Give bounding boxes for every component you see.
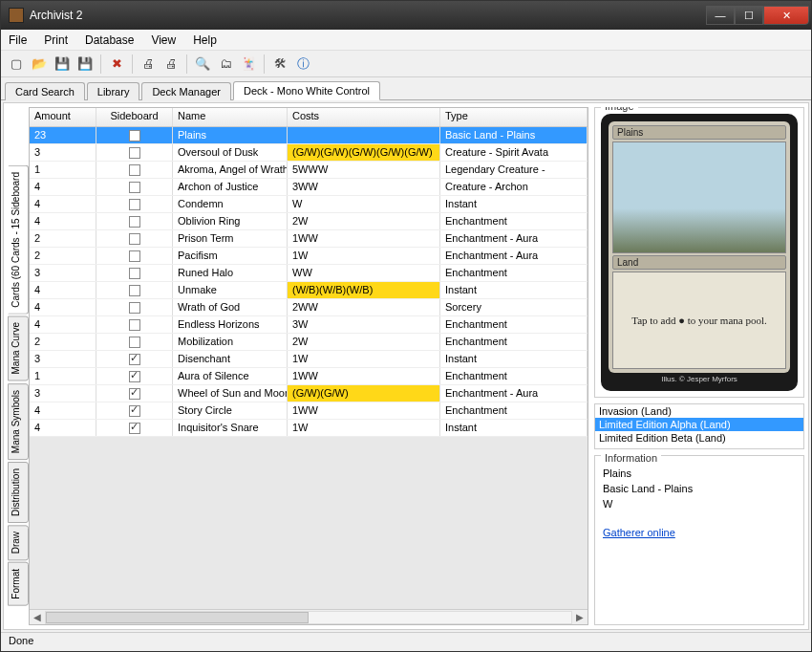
- sideboard-checkbox[interactable]: [129, 233, 140, 245]
- titlebar: Archivist 2 — ☐ ✕: [1, 1, 811, 30]
- sideboard-checkbox[interactable]: [129, 423, 140, 434]
- tab-library[interactable]: Library: [87, 82, 140, 100]
- sideboard-checkbox[interactable]: [129, 182, 140, 193]
- tab-card-search[interactable]: Card Search: [5, 82, 85, 100]
- menu-print[interactable]: Print: [44, 33, 68, 47]
- tab-deck-mono-white-control[interactable]: Deck - Mono White Control: [233, 81, 380, 100]
- scroll-right-icon[interactable]: ▶: [572, 612, 588, 622]
- sideboard-checkbox[interactable]: [129, 371, 140, 382]
- print-icon[interactable]: 🖨: [139, 54, 158, 74]
- set-list-item[interactable]: Limited Edition Alpha (Land): [595, 418, 803, 431]
- col-amount[interactable]: Amount: [30, 108, 96, 126]
- sideboard-checkbox[interactable]: [129, 199, 140, 210]
- print-preview-icon[interactable]: 🖨: [161, 54, 181, 74]
- table-row[interactable]: 4Unmake(W/B)(W/B)(W/B)Instant: [30, 282, 588, 299]
- side-tab[interactable]: Draw: [8, 525, 29, 560]
- info-title: Information: [601, 452, 661, 464]
- information-group: Information Plains Basic Land - Plains W…: [594, 455, 804, 625]
- settings-icon[interactable]: 🛠: [270, 54, 289, 74]
- horizontal-scrollbar[interactable]: ◀ ▶: [30, 609, 588, 624]
- sideboard-checkbox[interactable]: [129, 147, 140, 159]
- tabbar: Card SearchLibraryDeck ManagerDeck - Mon…: [1, 77, 811, 100]
- sideboard-checkbox[interactable]: [129, 405, 140, 417]
- col-name[interactable]: Name: [173, 108, 288, 126]
- sideboard-checkbox[interactable]: [129, 130, 140, 141]
- card-artist: Illus. © Jesper Myrfors: [609, 373, 790, 383]
- table-row[interactable]: 4Story Circle1WWEnchantment: [30, 402, 588, 420]
- menu-database[interactable]: Database: [85, 33, 134, 47]
- close-button[interactable]: ✕: [763, 6, 809, 25]
- image-group: Image Plains Land Tap to add ● to your m…: [594, 107, 804, 398]
- card-name: Plains: [612, 125, 786, 140]
- col-sideboard[interactable]: Sideboard: [96, 108, 173, 126]
- sideboard-checkbox[interactable]: [129, 337, 140, 348]
- image-group-title: Image: [601, 107, 638, 112]
- set-list[interactable]: Invasion (Land)Limited Edition Alpha (La…: [594, 403, 804, 449]
- tab-deck-manager[interactable]: Deck Manager: [141, 82, 231, 100]
- card-type-line: Land: [612, 255, 786, 270]
- sideboard-checkbox[interactable]: [129, 302, 140, 314]
- set-list-item[interactable]: Invasion (Land): [595, 404, 803, 418]
- sideboard-checkbox[interactable]: [129, 250, 140, 262]
- set-list-item[interactable]: Limited Edition Beta (Land): [595, 431, 803, 445]
- table-row[interactable]: 23PlainsBasic Land - Plains: [30, 127, 588, 144]
- col-costs[interactable]: Costs: [288, 108, 440, 126]
- card-icon[interactable]: 🃏: [239, 54, 258, 74]
- sideboard-checkbox[interactable]: [129, 164, 140, 176]
- info-name: Plains: [603, 467, 796, 479]
- sideboard-checkbox[interactable]: [129, 354, 140, 365]
- sideboard-checkbox[interactable]: [129, 268, 140, 279]
- menu-file[interactable]: File: [9, 33, 27, 47]
- table-row[interactable]: 4Archon of Justice3WWCreature - Archon: [30, 179, 588, 196]
- side-tab[interactable]: Distribution: [8, 462, 29, 523]
- table-row[interactable]: 3Oversoul of Dusk(G/W)(G/W)(G/W)(G/W)(G/…: [30, 144, 588, 162]
- status-bar: Done: [1, 632, 811, 651]
- delete-icon[interactable]: ✖: [107, 54, 126, 74]
- window-title: Archivist 2: [30, 9, 706, 22]
- table-row[interactable]: 4Inquisitor's Snare1WInstant: [30, 420, 588, 437]
- search-icon[interactable]: 🔍: [193, 54, 212, 74]
- card-preview: Plains Land Tap to add ● to your mana po…: [601, 114, 798, 391]
- sideboard-checkbox[interactable]: [129, 216, 140, 228]
- sideboard-checkbox[interactable]: [129, 388, 140, 400]
- table-row[interactable]: 4Endless Horizons3WEnchantment: [30, 316, 588, 334]
- side-tab[interactable]: Mana Symbols: [8, 383, 29, 460]
- table-row[interactable]: 3Disenchant1WInstant: [30, 351, 588, 368]
- table-row[interactable]: 4CondemnWInstant: [30, 196, 588, 213]
- minimize-button[interactable]: —: [706, 6, 735, 25]
- right-pane: Image Plains Land Tap to add ● to your m…: [594, 107, 804, 625]
- menu-help[interactable]: Help: [193, 33, 217, 47]
- content-area: FormatDrawDistributionMana SymbolsMana C…: [3, 102, 809, 630]
- info-type: Basic Land - Plains: [603, 483, 796, 494]
- menu-view[interactable]: View: [151, 33, 176, 47]
- table-row[interactable]: 4Wrath of God2WWSorcery: [30, 299, 588, 316]
- new-icon[interactable]: ▢: [7, 54, 26, 74]
- open-icon[interactable]: 📂: [30, 54, 49, 74]
- col-type[interactable]: Type: [440, 108, 588, 126]
- app-icon: [9, 8, 24, 23]
- table-row[interactable]: 1Akroma, Angel of Wrath5WWWLegendary Cre…: [30, 162, 588, 179]
- info-icon[interactable]: ⓘ: [293, 54, 312, 74]
- table-row[interactable]: 4Oblivion Ring2WEnchantment: [30, 213, 588, 230]
- side-tabs: FormatDrawDistributionMana SymbolsMana C…: [8, 107, 29, 625]
- card-table: Amount Sideboard Name Costs Type 23Plain…: [29, 107, 588, 625]
- table-row[interactable]: 3Wheel of Sun and Moon(G/W)(G/W)Enchantm…: [30, 385, 588, 402]
- maximize-button[interactable]: ☐: [735, 6, 763, 25]
- side-tab[interactable]: Mana Curve: [8, 315, 29, 380]
- toolbar: ▢ 📂 💾 💾 ✖ 🖨 🖨 🔍 🗂 🃏 🛠 ⓘ: [1, 51, 811, 77]
- scroll-left-icon[interactable]: ◀: [30, 612, 45, 622]
- table-row[interactable]: 2Prison Term1WWEnchantment - Aura: [30, 230, 588, 248]
- sideboard-checkbox[interactable]: [129, 319, 140, 331]
- table-row[interactable]: 3Runed HaloWWEnchantment: [30, 265, 588, 282]
- side-tab[interactable]: Cards (60 Cards - 15 Sideboard: [8, 165, 29, 315]
- info-cost: W: [603, 498, 796, 510]
- sideboard-checkbox[interactable]: [129, 285, 140, 296]
- save-icon[interactable]: 💾: [53, 54, 72, 74]
- table-row[interactable]: 2Pacifism1WEnchantment - Aura: [30, 248, 588, 265]
- table-row[interactable]: 1Aura of Silence1WWEnchantment: [30, 368, 588, 385]
- save-all-icon[interactable]: 💾: [75, 54, 95, 74]
- side-tab[interactable]: Format: [8, 562, 29, 606]
- gatherer-link[interactable]: Gatherer online: [603, 527, 796, 538]
- deck-icon[interactable]: 🗂: [216, 54, 235, 74]
- table-row[interactable]: 2Mobilization2WEnchantment: [30, 334, 588, 351]
